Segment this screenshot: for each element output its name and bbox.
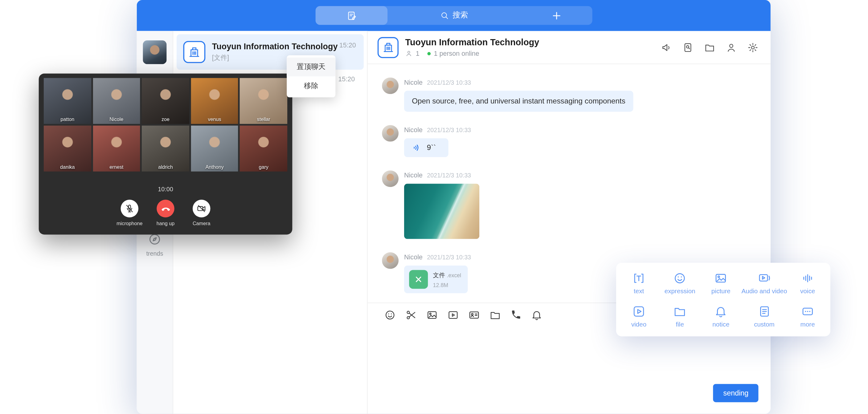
panel-item-picture[interactable]: picture bbox=[700, 266, 741, 300]
emoji-button[interactable] bbox=[384, 309, 396, 321]
notes-button[interactable] bbox=[316, 6, 388, 25]
mic-off-icon bbox=[121, 200, 138, 217]
participant-tile: aldrich bbox=[142, 126, 189, 171]
voice-message-bubble[interactable]: 9`` bbox=[404, 138, 448, 157]
panel-item-file[interactable]: file bbox=[659, 299, 700, 333]
control-label: microphone bbox=[117, 221, 143, 226]
add-button[interactable] bbox=[520, 6, 592, 25]
sender-name: Nicole bbox=[404, 254, 423, 261]
participant-tile: stellar bbox=[240, 78, 287, 124]
composer-input-area[interactable]: sending bbox=[367, 326, 770, 414]
send-button[interactable]: sending bbox=[713, 384, 758, 402]
panel-item-audio-video[interactable]: Audio and video bbox=[741, 266, 787, 300]
panel-item-more[interactable]: more bbox=[787, 299, 828, 333]
folder-button[interactable] bbox=[490, 309, 501, 321]
titlebar: 搜索 bbox=[137, 0, 771, 31]
participant-tile: Anthony bbox=[191, 126, 238, 171]
video-file-button[interactable] bbox=[447, 309, 459, 321]
file-info: 文件 .excel 12.8M bbox=[433, 271, 461, 288]
search-label: 搜索 bbox=[453, 10, 468, 20]
settings-button[interactable] bbox=[747, 42, 758, 53]
message-meta: Nicole 2021/12/3 10:33 bbox=[404, 78, 633, 86]
panel-item-notice[interactable]: notice bbox=[700, 299, 741, 333]
image-message[interactable] bbox=[404, 184, 479, 240]
text-icon bbox=[632, 272, 646, 285]
participant-tile: venus bbox=[191, 78, 238, 124]
members-icon bbox=[725, 42, 737, 53]
image-icon bbox=[426, 309, 438, 321]
file-size: 12.8M bbox=[433, 282, 461, 288]
panel-item-custom[interactable]: custom bbox=[741, 299, 787, 333]
contact-card-button[interactable] bbox=[468, 309, 480, 321]
participant-name: Anthony bbox=[191, 164, 238, 170]
file-message[interactable]: 文件 .excel 12.8M bbox=[404, 266, 468, 293]
panel-item-expression[interactable]: expression bbox=[659, 266, 700, 300]
notification-button[interactable] bbox=[531, 309, 542, 321]
notification-icon bbox=[531, 309, 542, 321]
message-meta: Nicole 2021/12/3 10:33 bbox=[404, 254, 471, 261]
sender-name: Nicole bbox=[404, 172, 423, 180]
desktop: 搜索 trends bbox=[0, 0, 868, 414]
participant-grid: patton Nicole zoe venus stellar danika e… bbox=[44, 78, 287, 171]
screenshot-icon bbox=[405, 309, 417, 321]
trends-label: trends bbox=[137, 250, 173, 257]
building-icon bbox=[188, 45, 201, 59]
members-button[interactable] bbox=[725, 42, 737, 53]
group-notice-icon bbox=[661, 42, 672, 53]
sidebar-item-trends[interactable]: trends bbox=[137, 232, 173, 257]
hang-up-button[interactable]: hang up bbox=[150, 200, 181, 226]
call-button[interactable] bbox=[510, 309, 522, 320]
message: Nicole 2021/12/3 10:33 9`` bbox=[382, 125, 771, 157]
participant-name: Nicole bbox=[93, 117, 140, 122]
files-button[interactable] bbox=[704, 42, 715, 53]
participant-name: stellar bbox=[240, 117, 287, 122]
files-icon bbox=[704, 42, 715, 53]
search-button[interactable]: 搜索 bbox=[388, 6, 520, 25]
sender-avatar[interactable] bbox=[382, 171, 399, 187]
call-controls: microphone hang up Camera bbox=[44, 200, 287, 226]
hang-up-icon bbox=[157, 200, 174, 217]
sender-avatar[interactable] bbox=[382, 125, 399, 142]
camera-off-icon bbox=[193, 200, 210, 217]
participant-tile: zoe bbox=[142, 78, 189, 124]
conversation-item[interactable]: Tuoyun Information Technology [文件] 15:20 bbox=[177, 34, 364, 70]
settings-icon bbox=[747, 42, 758, 53]
message-meta: Nicole 2021/12/3 10:33 bbox=[404, 126, 471, 134]
panel-item-text[interactable]: text bbox=[618, 266, 659, 300]
chat-meta: 1 1 person online bbox=[405, 50, 539, 57]
image-button[interactable] bbox=[426, 309, 438, 321]
user-avatar[interactable] bbox=[143, 40, 166, 64]
add-icon bbox=[551, 10, 562, 21]
titlebar-toolbar: 搜索 bbox=[316, 6, 592, 25]
screenshot-button[interactable] bbox=[405, 309, 417, 321]
panel-item-video[interactable]: video bbox=[618, 299, 659, 333]
picture-icon bbox=[714, 272, 727, 285]
chat-history-button[interactable] bbox=[682, 42, 693, 53]
sender-avatar[interactable] bbox=[382, 253, 399, 269]
context-menu-item-pin[interactable]: 置顶聊天 bbox=[287, 58, 335, 76]
panel-item-voice[interactable]: voice bbox=[787, 266, 828, 300]
microphone-button[interactable]: microphone bbox=[114, 200, 145, 226]
sender-name: Nicole bbox=[404, 126, 423, 134]
org-avatar bbox=[183, 41, 205, 63]
call-timer: 10:00 bbox=[44, 186, 287, 193]
voice-icon bbox=[801, 272, 814, 285]
participant-tile: gary bbox=[240, 126, 287, 171]
message-time: 2021/12/3 10:33 bbox=[427, 172, 471, 179]
sender-avatar[interactable] bbox=[382, 77, 399, 94]
call-icon bbox=[510, 309, 522, 320]
chat-header-info: Tuoyun Information Technology 1 1 person… bbox=[405, 37, 539, 57]
folder-icon bbox=[490, 309, 501, 321]
message-time: 2021/12/3 10:33 bbox=[427, 127, 471, 134]
message: Nicole 2021/12/3 10:33 bbox=[382, 171, 771, 240]
building-icon bbox=[381, 41, 394, 54]
participant-name: gary bbox=[240, 164, 287, 170]
chat-header: Tuoyun Information Technology 1 1 person… bbox=[367, 31, 770, 64]
custom-icon bbox=[758, 305, 771, 318]
excel-file-icon bbox=[409, 270, 428, 289]
camera-button[interactable]: Camera bbox=[186, 200, 217, 226]
context-menu-item-remove[interactable]: 移除 bbox=[287, 76, 335, 95]
group-notice-button[interactable] bbox=[661, 42, 672, 53]
video-icon bbox=[632, 305, 646, 318]
file-ext: .excel bbox=[447, 272, 461, 278]
